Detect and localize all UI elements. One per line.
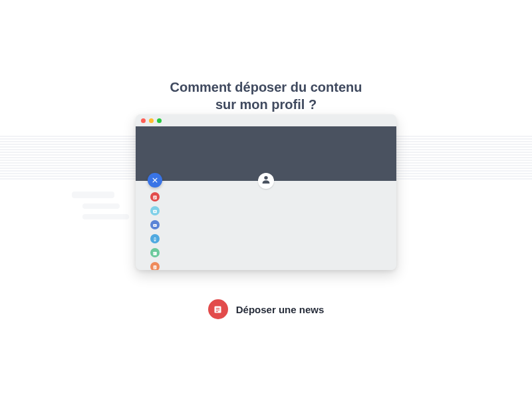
menu-item-doc[interactable] [150,262,160,270]
svg-rect-19 [154,268,156,269]
svg-rect-23 [216,311,218,312]
menu-item-video[interactable] [150,220,160,229]
svg-point-8 [154,211,156,212]
svg-rect-4 [154,197,156,198]
close-icon [152,174,158,186]
svg-rect-21 [216,308,220,309]
close-compose-button[interactable] [148,173,162,188]
minimize-dot-icon[interactable] [149,118,154,123]
skeleton-blob [82,203,120,209]
svg-point-0 [264,176,267,180]
doc-icon [152,261,158,270]
svg-rect-22 [216,309,220,310]
news-icon [152,191,158,203]
avatar[interactable] [258,173,274,189]
mock-body [136,181,396,270]
svg-rect-18 [154,267,156,268]
svg-rect-15 [154,253,154,254]
calendar-icon [152,247,158,259]
svg-rect-12 [154,238,155,240]
menu-item-mobile[interactable] [150,234,160,243]
skeleton-blob [82,214,129,219]
video-icon [152,219,158,231]
deposit-news-action[interactable]: Déposer une news [0,299,532,319]
window-titlebar [136,114,396,126]
svg-rect-17 [154,267,156,267]
svg-rect-5 [154,198,156,198]
svg-rect-14 [153,252,156,253]
mobile-icon [152,233,158,245]
menu-item-photo[interactable] [150,206,160,215]
maximize-dot-icon[interactable] [157,118,162,123]
menu-item-news[interactable] [150,192,160,201]
page-title: Comment déposer du contenu sur mon profi… [0,78,532,113]
deposit-news-label: Déposer une news [236,304,325,315]
skeleton-blob [72,192,114,198]
menu-item-event[interactable] [150,248,160,257]
svg-rect-6 [154,198,155,199]
close-dot-icon[interactable] [141,118,146,123]
user-icon [261,174,271,188]
news-icon [208,299,228,319]
photo-icon [152,205,158,217]
browser-mockup [136,114,396,270]
compose-menu [148,173,162,270]
